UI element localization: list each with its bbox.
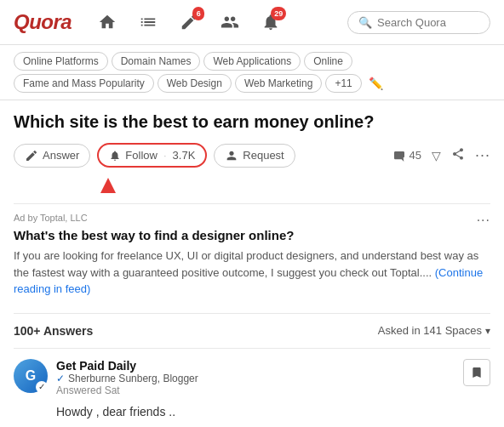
comment-count[interactable]: 45	[392, 149, 421, 162]
topic-web-applications[interactable]: Web Applications	[203, 52, 301, 71]
comment-number: 45	[410, 149, 421, 162]
action-right: 45 ▽ ···	[392, 146, 490, 164]
checkmark-icon: ✓	[56, 373, 65, 384]
answer-item: G ✓ Get Paid Daily ✓ Sherburne Sunberg, …	[14, 359, 490, 396]
avatar-letter: G	[26, 368, 36, 384]
share-arrow-icon	[451, 147, 465, 161]
bell-follow-icon	[109, 150, 121, 162]
chevron-down-icon: ▾	[485, 325, 490, 337]
topic-online[interactable]: Online	[304, 52, 352, 71]
search-box[interactable]: 🔍	[347, 11, 490, 34]
answered-time: Answered Sat	[56, 384, 455, 396]
share-icon[interactable]	[451, 147, 465, 163]
people-icon	[220, 13, 239, 31]
red-arrow	[100, 178, 116, 193]
topic-web-marketing[interactable]: Web Marketing	[235, 74, 322, 93]
topic-domain-names[interactable]: Domain Names	[112, 52, 201, 71]
answerer-role-text: Sherburne Sunberg, Blogger	[68, 373, 198, 384]
answers-nav[interactable]	[133, 7, 163, 37]
home-nav[interactable]	[92, 7, 123, 37]
home-icon	[98, 13, 117, 31]
main-content: Which site is the best to earn money onl…	[0, 100, 504, 427]
follow-button[interactable]: Follow · 3.7K	[97, 143, 207, 168]
answer-icon	[25, 149, 38, 162]
list-icon	[139, 13, 158, 31]
search-input[interactable]	[377, 16, 479, 29]
follow-label: Follow	[125, 149, 158, 162]
more-button[interactable]: ···	[475, 146, 490, 164]
follow-count: 3.7K	[173, 149, 196, 162]
answers-count: 100+ Answers	[14, 324, 93, 338]
request-icon	[225, 149, 238, 162]
ad-more-button[interactable]: ···	[477, 213, 490, 228]
upvote-icon[interactable]: ▽	[432, 149, 441, 162]
answer-button[interactable]: Answer	[14, 144, 90, 168]
action-bar: Answer Follow · 3.7K Request 45 ▽	[14, 143, 490, 168]
header: Quora 6 29 🔍	[0, 0, 504, 45]
answer-text: Howdy , dear friends ..	[14, 403, 490, 421]
write-nav[interactable]: 6	[174, 7, 204, 37]
red-arrow-container	[14, 178, 490, 196]
topics-bar: Online Platforms Domain Names Web Applic…	[0, 45, 504, 100]
write-badge: 6	[192, 7, 204, 20]
verified-badge: ✓	[36, 381, 48, 393]
follow-separator: ·	[163, 149, 167, 162]
answer-meta: Get Paid Daily ✓ Sherburne Sunberg, Blog…	[56, 359, 455, 396]
answers-summary: 100+ Answers Asked in 141 Spaces ▾	[14, 313, 490, 349]
topic-web-design[interactable]: Web Design	[158, 74, 232, 93]
question-title: Which site is the best to earn money onl…	[14, 111, 490, 133]
answerer-role: ✓ Sherburne Sunberg, Blogger	[56, 373, 455, 384]
topic-online-platforms[interactable]: Online Platforms	[14, 52, 108, 71]
logo[interactable]: Quora	[14, 10, 72, 34]
answerer-name[interactable]: Get Paid Daily	[56, 359, 455, 373]
search-icon: 🔍	[358, 16, 372, 29]
asked-in[interactable]: Asked in 141 Spaces ▾	[378, 324, 490, 337]
ad-header: Ad by Toptal, LLC ···	[14, 213, 490, 228]
request-button[interactable]: Request	[214, 144, 295, 168]
arrow-annotation: Answer Follow · 3.7K Request 45 ▽	[14, 143, 490, 196]
ad-section: Ad by Toptal, LLC ··· What's the best wa…	[14, 203, 490, 306]
comment-icon	[392, 149, 406, 162]
asked-in-text: Asked in 141 Spaces	[378, 324, 482, 337]
notifications-badge: 29	[271, 7, 286, 20]
answer-save-icon[interactable]	[463, 359, 490, 386]
answer-label: Answer	[43, 149, 79, 162]
ad-text: If you are looking for freelance UX, UI …	[14, 248, 490, 298]
avatar-wrap: G ✓	[14, 359, 48, 393]
bookmark-icon	[470, 366, 484, 379]
community-nav[interactable]	[215, 7, 245, 37]
topic-fame[interactable]: Fame and Mass Popularity	[14, 74, 154, 93]
request-label: Request	[243, 149, 284, 162]
ad-title: What's the best way to find a designer o…	[14, 228, 490, 242]
edit-topics-icon[interactable]: ✏️	[369, 77, 383, 90]
notifications-nav[interactable]: 29	[255, 7, 286, 37]
ad-label: Ad by Toptal, LLC	[14, 213, 88, 223]
nav-icons: 6 29	[92, 7, 334, 37]
ad-text-main: If you are looking for freelance UX, UI …	[14, 249, 478, 279]
topic-more[interactable]: +11	[325, 74, 361, 93]
